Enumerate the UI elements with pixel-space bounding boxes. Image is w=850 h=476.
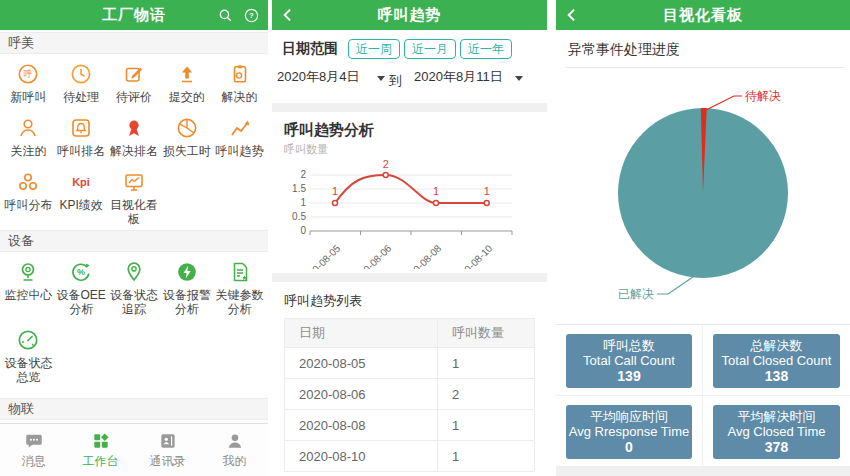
upload-icon xyxy=(175,62,199,86)
table-row: 2020-08-10 1 xyxy=(285,441,535,472)
trend-appbar: 呼叫趋势 xyxy=(272,0,547,30)
caret-down-icon[interactable] xyxy=(515,76,523,81)
medal-icon xyxy=(122,116,146,140)
home-item-followed[interactable]: 关注的 xyxy=(2,116,55,158)
home-item-to-evaluate[interactable]: 待评价 xyxy=(108,62,161,104)
trend-up-icon xyxy=(228,116,252,140)
x-tick: 2020-08-08 xyxy=(399,242,443,269)
location-pin-icon xyxy=(122,260,146,284)
col-date: 日期 xyxy=(285,319,438,348)
point-label: 2 xyxy=(383,158,389,170)
svg-text:Kpi: Kpi xyxy=(72,176,90,188)
range-year-button[interactable]: 近一年 xyxy=(460,39,512,59)
back-icon[interactable] xyxy=(278,5,298,25)
range-month-button[interactable]: 近一月 xyxy=(404,39,456,59)
device-item-monitor-center[interactable]: 监控中心 xyxy=(2,260,55,316)
lost-hours-icon xyxy=(175,116,199,140)
home-item-resolved[interactable]: 解决的 xyxy=(213,62,266,104)
home-item-lost-hours[interactable]: 损失工时 xyxy=(160,116,213,158)
clock-icon xyxy=(69,62,93,86)
dates-row: 2020年8月4日 到 2020年8月11日 xyxy=(272,66,547,94)
trend-list-card: 呼叫趋势列表 日期 呼叫数量 2020-08-05 1 2020-08-06 2… xyxy=(272,292,547,472)
home-item-call-distribution[interactable]: 呼叫分布 xyxy=(2,170,55,226)
pie-label-pending: 待解决 xyxy=(745,89,781,103)
table-header-row: 日期 呼叫数量 xyxy=(285,319,535,348)
point-label: 1 xyxy=(433,185,439,197)
device-item-key-parameter[interactable]: 关键参数分析 xyxy=(213,260,266,316)
caret-down-icon[interactable] xyxy=(377,76,385,81)
point-label: 1 xyxy=(484,185,490,197)
stat-cell: 呼叫总数 Total Call Count 139 xyxy=(556,325,703,396)
stat-card-avg-closed: 平均解决时间 Avg Closed Time 378 xyxy=(713,405,840,459)
to-label: 到 xyxy=(389,72,402,90)
trend-table: 日期 呼叫数量 2020-08-05 1 2020-08-06 2 2020-0… xyxy=(284,318,535,472)
nav-item-contacts[interactable]: 通讯录 xyxy=(134,424,201,476)
x-tick: 2020-08-06 xyxy=(349,242,393,269)
y-tick: 0.5 xyxy=(292,211,306,222)
home-item-resolve-ranking[interactable]: 解决排名 xyxy=(108,116,161,158)
board-section-title: 异常事件处理进度 xyxy=(568,41,850,59)
device-item-status-tracking[interactable]: 设备状态追踪 xyxy=(108,260,161,316)
range-week-button[interactable]: 近一周 xyxy=(348,39,400,59)
chart-title: 呼叫趋势分析 xyxy=(284,121,547,140)
pie-chart: 待解决 已解决 xyxy=(556,68,850,318)
nav-item-workbench[interactable]: 工作台 xyxy=(67,424,134,476)
section-device-label: 设备 xyxy=(8,233,34,248)
contacts-icon xyxy=(158,431,178,451)
distribution-icon xyxy=(16,170,40,194)
y-tick: 1.5 xyxy=(292,183,306,194)
back-icon[interactable] xyxy=(562,5,582,25)
chat-bubble-icon xyxy=(24,431,44,451)
help-glyph: ? xyxy=(249,11,254,20)
home-item-submitted[interactable]: 提交的 xyxy=(160,62,213,104)
home-appbar: 工厂物语 ? xyxy=(0,0,268,30)
device-item-alarm-analysis[interactable]: 设备报警分析 xyxy=(160,260,213,316)
app-title: 工厂物语 xyxy=(102,6,166,25)
home-item-call-trend[interactable]: 呼叫趋势 xyxy=(213,116,266,158)
home-item-visual-board[interactable]: 目视化看板 xyxy=(108,170,161,226)
date-from-picker[interactable]: 2020年8月4日 xyxy=(277,68,359,86)
edit-icon xyxy=(122,62,146,86)
gauge-icon xyxy=(16,328,40,352)
camera-icon xyxy=(16,260,40,284)
call-glyph: 呼 xyxy=(24,69,33,79)
section-iot-label: 物联 xyxy=(8,401,34,416)
help-icon[interactable]: ? xyxy=(243,7,260,24)
date-to-picker[interactable]: 2020年8月11日 xyxy=(414,68,503,86)
home-item-pending[interactable]: 待处理 xyxy=(55,62,108,104)
device-grid: 监控中心 % 设备OEE分析 设备状态追踪 设备报警分析 xyxy=(0,252,268,388)
device-item-status-overview[interactable]: 设备状态总览 xyxy=(2,328,55,384)
stat-value: 378 xyxy=(715,439,838,455)
home-item-new-call[interactable]: 呼 新呼叫 xyxy=(2,62,55,104)
date-range-row: 日期范围 近一周 近一月 近一年 xyxy=(282,38,547,60)
oee-cycle-icon: % xyxy=(69,260,93,284)
clipboard-icon xyxy=(228,62,252,86)
list-title: 呼叫趋势列表 xyxy=(284,292,547,310)
home-item-kpi[interactable]: Kpi KPI绩效 xyxy=(55,170,108,226)
nav-item-messages[interactable]: 消息 xyxy=(0,424,67,476)
device-item-oee[interactable]: % 设备OEE分析 xyxy=(55,260,108,316)
stat-value: 139 xyxy=(568,368,690,384)
trend-chart-card: 呼叫趋势分析 呼叫数量 2 1.5 1 0.5 0 xyxy=(272,121,547,273)
call-grid: 呼 新呼叫 待处理 待评价 提交的 xyxy=(0,54,268,230)
section-device-header: 设备 xyxy=(0,230,268,252)
divider xyxy=(556,467,850,476)
kpi-icon: Kpi xyxy=(69,170,93,194)
call-trend-screen: 呼叫趋势 日期范围 近一周 近一月 近一年 2020年8月4日 到 2020年8… xyxy=(272,0,547,476)
y-tick: 0 xyxy=(300,225,306,236)
x-tick: 2020-08-05 xyxy=(298,242,342,269)
lightning-icon xyxy=(175,260,199,284)
stat-cards: 呼叫总数 Total Call Count 139 总解决数 Total Clo… xyxy=(556,324,850,467)
person-icon xyxy=(16,116,40,140)
col-count: 呼叫数量 xyxy=(438,319,535,348)
nav-item-mine[interactable]: 我的 xyxy=(201,424,268,476)
stat-card-total-calls: 呼叫总数 Total Call Count 139 xyxy=(566,334,692,388)
stat-card-avg-response: 平均响应时间 Avg Rresponse Time 0 xyxy=(566,405,692,459)
home-screen: 工厂物语 ? 呼美 呼 新呼叫 待处理 xyxy=(0,0,268,476)
search-icon[interactable] xyxy=(217,7,234,24)
stat-cell: 平均解决时间 Avg Closed Time 378 xyxy=(703,396,850,467)
home-item-call-ranking[interactable]: 呼叫排名 xyxy=(55,116,108,158)
new-call-icon: 呼 xyxy=(16,62,40,86)
stat-value: 0 xyxy=(568,439,690,455)
stat-cell: 平均响应时间 Avg Rresponse Time 0 xyxy=(556,396,703,467)
